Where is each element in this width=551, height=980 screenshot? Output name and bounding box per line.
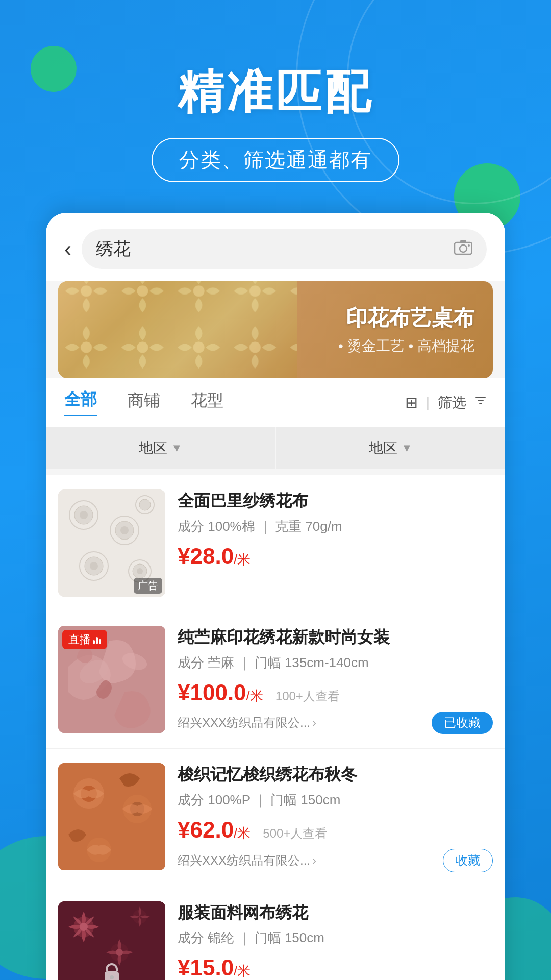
hero-title: 精准匹配 bbox=[0, 61, 551, 124]
product-meta-1: 成分 100%棉 ｜ 克重 70g/m bbox=[178, 518, 493, 535]
product-price-4: ¥15.0/米 bbox=[178, 955, 251, 980]
product-list: 广告 全面巴里纱绣花布 成分 100%棉 ｜ 克重 70g/m ¥28.0/米 bbox=[46, 475, 505, 980]
camera-icon[interactable] bbox=[454, 238, 472, 260]
svg-rect-2 bbox=[460, 240, 466, 243]
svg-point-20 bbox=[139, 499, 151, 510]
hero-section: 精准匹配 分类、筛选通通都有 bbox=[0, 0, 551, 213]
banner-text: 印花布艺桌布 • 烫金工艺 • 高档提花 bbox=[338, 304, 493, 356]
product-shop-3[interactable]: 绍兴XXX纺织品有限公... › bbox=[178, 852, 316, 869]
product-price-1: ¥28.0/米 bbox=[178, 544, 251, 569]
region-label-1: 地区 bbox=[139, 438, 167, 458]
product-info-1: 全面巴里纱绣花布 成分 100%棉 ｜ 克重 70g/m ¥28.0/米 bbox=[178, 489, 493, 569]
product-thumb-1: 广告 bbox=[58, 489, 165, 597]
svg-point-15 bbox=[90, 562, 98, 570]
grid-icon[interactable]: ⊞ bbox=[405, 394, 418, 411]
live-bars bbox=[93, 635, 101, 644]
product-price-3: ¥62.0/米 bbox=[178, 817, 251, 843]
product-info-3: 梭织记忆梭织绣花布秋冬 成分 100%P ｜ 门幅 150cm ¥62.0/米 … bbox=[178, 763, 493, 872]
product-name-2: 纯苎麻印花绣花新款时尚女装 bbox=[178, 626, 493, 649]
product-thumb-2: 直播 bbox=[58, 626, 165, 733]
tab-all[interactable]: 全部 bbox=[64, 388, 97, 416]
hero-subtitle: 分类、筛选通通都有 bbox=[179, 146, 372, 174]
save-button-3[interactable]: 收藏 bbox=[443, 849, 493, 872]
region-btn-1[interactable]: 地区 ▼ bbox=[46, 427, 275, 469]
back-button[interactable]: ‹ bbox=[64, 237, 71, 261]
svg-point-12 bbox=[120, 526, 129, 534]
product-price-2: ¥100.0/米 bbox=[178, 680, 263, 705]
svg-point-32 bbox=[80, 923, 88, 931]
ad-badge-1: 广告 bbox=[134, 578, 162, 594]
search-input-wrap[interactable]: 绣花 bbox=[82, 229, 487, 269]
region-dropdown-2: ▼ bbox=[402, 442, 413, 455]
product-name-4: 服装面料网布绣花 bbox=[178, 901, 493, 924]
product-shop-row-2: 绍兴XXX纺织品有限公... › 已收藏 bbox=[178, 712, 493, 734]
saved-button-2[interactable]: 已收藏 bbox=[432, 712, 493, 734]
product-info-4: 服装面料网布绣花 成分 锦纶 ｜ 门幅 150cm ¥15.0/米 bbox=[178, 901, 493, 980]
region-filter-row: 地区 ▼ 地区 ▼ bbox=[46, 427, 505, 469]
search-input[interactable]: 绣花 bbox=[96, 237, 454, 261]
svg-point-3 bbox=[468, 244, 470, 247]
banner[interactable]: 印花布艺桌布 • 烫金工艺 • 高档提花 bbox=[58, 281, 493, 378]
svg-point-18 bbox=[137, 568, 143, 574]
region-btn-2[interactable]: 地区 ▼ bbox=[276, 427, 505, 469]
product-meta-4: 成分 锦纶 ｜ 门幅 150cm bbox=[178, 929, 493, 947]
banner-title: 印花布艺桌布 bbox=[338, 304, 474, 332]
region-label-2: 地区 bbox=[369, 438, 397, 458]
tab-divider: | bbox=[426, 395, 430, 411]
product-shop-2[interactable]: 绍兴XXX纺织品有限公... › bbox=[178, 715, 316, 731]
shop-arrow-2: › bbox=[312, 716, 316, 730]
svg-point-34 bbox=[116, 949, 123, 956]
tab-shop[interactable]: 商铺 bbox=[128, 389, 160, 416]
region-dropdown-1: ▼ bbox=[171, 442, 183, 455]
filter-label[interactable]: 筛选 bbox=[438, 393, 466, 412]
tabs-row: 全部 商铺 花型 ⊞ | 筛选 bbox=[46, 378, 505, 427]
main-card: ‹ 绣花 bbox=[46, 213, 505, 980]
svg-point-9 bbox=[80, 511, 88, 519]
svg-point-37 bbox=[110, 975, 114, 979]
svg-rect-5 bbox=[58, 281, 297, 378]
product-item-2[interactable]: 直播 纯苎麻印花绣花新款时尚女装 成分 苎麻 ｜ 门幅 135cm-140cm … bbox=[46, 611, 505, 749]
product-thumb-4 bbox=[58, 901, 165, 980]
product-name-1: 全面巴里纱绣花布 bbox=[178, 489, 493, 512]
filter-icon[interactable] bbox=[474, 395, 487, 410]
banner-subtitle: • 烫金工艺 • 高档提花 bbox=[338, 336, 474, 356]
product-meta-3: 成分 100%P ｜ 门幅 150cm bbox=[178, 791, 493, 809]
tab-pattern[interactable]: 花型 bbox=[191, 389, 223, 416]
product-item-4[interactable]: 服装面料网布绣花 成分 锦纶 ｜ 门幅 150cm ¥15.0/米 bbox=[46, 887, 505, 980]
live-text: 直播 bbox=[68, 632, 91, 647]
product-views-3: 500+人查看 bbox=[263, 825, 327, 842]
lock-badge-4 bbox=[102, 962, 122, 980]
live-badge-2: 直播 bbox=[62, 630, 107, 649]
shop-arrow-3: › bbox=[312, 853, 316, 868]
product-item-3[interactable]: 梭织记忆梭织绣花布秋冬 成分 100%P ｜ 门幅 150cm ¥62.0/米 … bbox=[46, 749, 505, 887]
svg-point-1 bbox=[460, 245, 467, 252]
product-meta-2: 成分 苎麻 ｜ 门幅 135cm-140cm bbox=[178, 654, 493, 672]
hero-subtitle-wrap: 分类、筛选通通都有 bbox=[152, 138, 399, 182]
banner-bg-pattern bbox=[58, 281, 297, 378]
search-bar: ‹ 绣花 bbox=[46, 213, 505, 281]
product-name-3: 梭织记忆梭织绣花布秋冬 bbox=[178, 763, 493, 786]
product-views-2: 100+人查看 bbox=[276, 688, 340, 704]
tab-icons: ⊞ | 筛选 bbox=[405, 393, 487, 412]
product-shop-row-3: 绍兴XXX纺织品有限公... › 收藏 bbox=[178, 849, 493, 872]
product-thumb-3 bbox=[58, 763, 165, 870]
product-item-1[interactable]: 广告 全面巴里纱绣花布 成分 100%棉 ｜ 克重 70g/m ¥28.0/米 bbox=[46, 475, 505, 611]
product-info-2: 纯苎麻印花绣花新款时尚女装 成分 苎麻 ｜ 门幅 135cm-140cm ¥10… bbox=[178, 626, 493, 734]
